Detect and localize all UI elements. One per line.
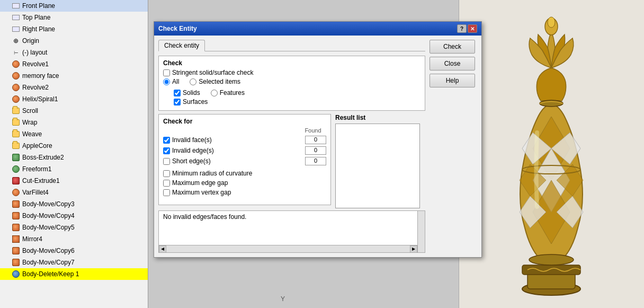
tree-item-layout[interactable]: ⊢ (-) layout xyxy=(0,47,148,58)
y-axis-indicator: Y xyxy=(281,295,285,303)
dialog-left-panel: Check entity Check Stringent solid/surfa… xyxy=(158,40,425,253)
sub-options-group: Solids Features xyxy=(174,89,421,98)
tree-item-freeform1[interactable]: Freeform1 xyxy=(0,163,148,175)
radio-all-row: All xyxy=(163,78,179,85)
check-entity-dialog: Check Entity ? ✕ Check entity Check xyxy=(154,21,482,258)
tree-item-label: Body-Move/Copy4 xyxy=(22,212,75,219)
stringent-check-row: Stringent solid/surface check xyxy=(163,69,421,76)
min-radius-label: Minimum radius of curvature xyxy=(172,170,326,177)
min-radius-checkbox[interactable] xyxy=(163,170,170,177)
tree-item-label: Revolve1 xyxy=(22,60,49,68)
radio-selected-row: Selected items xyxy=(190,78,240,85)
check-for-label: Check for xyxy=(163,118,326,125)
dialog-title: Check Entity xyxy=(158,25,197,32)
solids-checkbox[interactable] xyxy=(174,90,181,96)
main-area: Y Check Entity ? ✕ Check entity xyxy=(148,0,644,308)
tree-item-revolve1[interactable]: Revolve1 xyxy=(0,58,148,70)
help-button[interactable]: Help xyxy=(430,74,475,87)
surfaces-checkbox[interactable] xyxy=(174,99,181,105)
tree-item-cut-extrude1[interactable]: Cut-Extrude1 xyxy=(0,175,148,187)
tree-item-label: Right Plane xyxy=(22,25,55,33)
max-vertex-gap-label: Maximum vertex gap xyxy=(172,189,326,196)
invalid-edges-label: Invalid edge(s) xyxy=(172,147,303,154)
max-vertex-gap-checkbox[interactable] xyxy=(163,189,170,196)
tree-item-front-plane[interactable]: Front Plane xyxy=(0,0,148,12)
invalid-edges-checkbox[interactable] xyxy=(163,147,170,154)
max-edge-gap-label: Maximum edge gap xyxy=(172,179,326,187)
scroll-right-arrow[interactable]: ▶ xyxy=(410,245,417,253)
svg-point-7 xyxy=(548,17,555,28)
found-header: Found xyxy=(163,127,326,134)
tree-item-label: Body-Move/Copy3 xyxy=(22,200,75,208)
tree-item-weave[interactable]: Weave xyxy=(0,128,148,140)
tree-item-boss-extrude2[interactable]: Boss-Extrude2 xyxy=(0,152,148,163)
vertical-scrollbar[interactable] xyxy=(417,211,425,252)
tree-item-bodymove1[interactable]: Body-Move/Copy3 xyxy=(0,198,148,210)
tree-item-applecore[interactable]: AppleCore xyxy=(0,140,148,152)
scroll-left-arrow[interactable]: ◀ xyxy=(159,245,166,253)
dialog-close-button[interactable]: ✕ xyxy=(468,24,477,33)
tree-item-label: AppleCore xyxy=(22,142,52,149)
tree-item-label: Front Plane xyxy=(22,2,55,10)
tree-item-label: Body-Delete/Keep 1 xyxy=(22,270,79,278)
tree-item-varfillet4[interactable]: VarFillet4 xyxy=(0,187,148,198)
tree-item-label: Revolve2 xyxy=(22,84,49,91)
radio-selected[interactable] xyxy=(190,78,196,85)
tree-item-bodymove5[interactable]: Body-Move/Copy7 xyxy=(0,257,148,268)
invalid-faces-checkbox[interactable] xyxy=(163,137,170,144)
features-row: Features xyxy=(211,89,245,96)
tree-item-mirror4[interactable]: Mirror4 xyxy=(0,233,148,245)
additional-options: Minimum radius of curvature Maximum edge… xyxy=(163,170,326,196)
tree-item-label: Mirror4 xyxy=(22,235,42,243)
tree-item-label: Weave xyxy=(22,130,42,138)
short-edges-value: 0 xyxy=(305,157,326,165)
radio-selected-label: Selected items xyxy=(199,78,240,85)
invalid-faces-row: Invalid face(s) 0 xyxy=(163,136,326,144)
min-radius-row: Minimum radius of curvature xyxy=(163,170,326,177)
stringent-check-checkbox[interactable] xyxy=(163,69,170,76)
tree-item-bodymove4[interactable]: Body-Move/Copy6 xyxy=(0,245,148,257)
close-dialog-button[interactable]: Close xyxy=(430,57,475,71)
horizontal-scrollbar[interactable]: ◀ ▶ xyxy=(159,245,417,252)
tree-item-right-plane[interactable]: Right Plane xyxy=(0,23,148,35)
tree-item-label: Helix/Spiral1 xyxy=(22,95,58,103)
tab-check-entity[interactable]: Check entity xyxy=(158,40,205,51)
invalid-faces-value: 0 xyxy=(305,136,326,144)
tree-item-revolve2[interactable]: Revolve2 xyxy=(0,82,148,93)
tree-item-wrap[interactable]: Wrap xyxy=(0,117,148,128)
dialog-body: Check entity Check Stringent solid/surfa… xyxy=(154,36,481,257)
radio-features[interactable] xyxy=(211,90,218,96)
status-section: No invalid edges/faces found. ◀ ▶ xyxy=(158,210,425,253)
status-text: No invalid edges/faces found. xyxy=(163,213,421,221)
dialog-controls: ? ✕ xyxy=(457,24,477,33)
tree-item-bodymove2[interactable]: Body-Move/Copy4 xyxy=(0,210,148,222)
features-label: Features xyxy=(220,89,245,96)
tree-item-label: Top Plane xyxy=(22,14,50,21)
tree-item-helix1[interactable]: Helix/Spiral1 xyxy=(0,93,148,105)
tab-bar: Check entity xyxy=(158,40,425,51)
surfaces-group: Surfaces xyxy=(174,98,421,107)
tree-item-label: Body-Move/Copy7 xyxy=(22,259,75,266)
svg-rect-3 xyxy=(522,265,580,275)
tree-item-memory-face[interactable]: memory face xyxy=(0,70,148,82)
short-edges-label: Short edge(s) xyxy=(172,157,303,165)
result-list-label: Result list xyxy=(335,114,425,121)
tree-item-label: Body-Move/Copy5 xyxy=(22,224,75,231)
tree-item-scroll[interactable]: Scroll xyxy=(0,105,148,117)
tree-item-label: Cut-Extrude1 xyxy=(22,177,60,184)
tree-item-top-plane[interactable]: Top Plane xyxy=(0,12,148,23)
tree-item-label: memory face xyxy=(22,72,59,80)
check-button[interactable]: Check xyxy=(430,40,475,54)
tree-item-label: Wrap xyxy=(22,119,37,126)
dialog-help-button[interactable]: ? xyxy=(457,24,467,33)
found-column-label: Found xyxy=(300,127,326,134)
radio-group: All Selected items xyxy=(163,78,421,87)
tree-item-origin[interactable]: ⊕ Origin xyxy=(0,35,148,47)
tree-item-bodymove3[interactable]: Body-Move/Copy5 xyxy=(0,222,148,233)
max-edge-gap-checkbox[interactable] xyxy=(163,180,170,187)
short-edges-checkbox[interactable] xyxy=(163,158,170,165)
dialog-action-buttons: Check Close Help xyxy=(430,40,477,253)
radio-all-label: All xyxy=(172,78,179,85)
tree-item-bodydelete1[interactable]: Body-Delete/Keep 1 xyxy=(0,268,148,280)
radio-all[interactable] xyxy=(163,78,170,85)
